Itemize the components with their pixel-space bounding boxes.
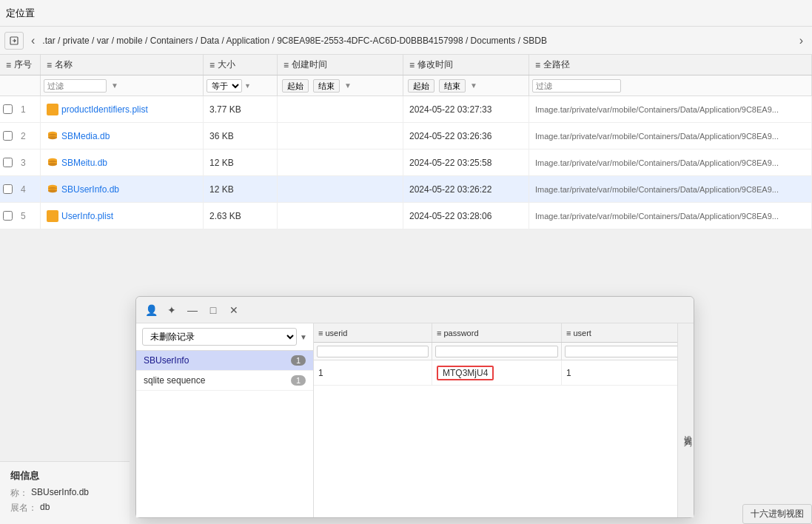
db-cell-password: MTQ3MjU4 bbox=[432, 360, 562, 385]
records-filter-select[interactable]: 未删除记录 bbox=[142, 328, 297, 346]
dialog-pin-button[interactable]: ✦ bbox=[164, 303, 179, 318]
table-row[interactable]: 2 SBMedia.db 36 KB 2024-05-22 03:26:36 I… bbox=[0, 123, 812, 150]
dialog-dropdown[interactable]: 未删除记录 ▼ bbox=[136, 323, 313, 351]
row5-checkbox[interactable] bbox=[0, 203, 15, 229]
db-icon bbox=[47, 157, 58, 169]
dialog-close-button[interactable]: ✕ bbox=[227, 303, 241, 318]
created-end-btn[interactable]: 结束 bbox=[313, 79, 340, 93]
row1-checkbox[interactable] bbox=[0, 96, 15, 122]
row1-file-link[interactable]: productIdentifiers.plist bbox=[61, 104, 148, 115]
col-fullpath-icon: ≡ bbox=[535, 60, 540, 70]
name-filter-icon[interactable]: ▼ bbox=[111, 81, 118, 90]
dialog-minimize-button[interactable]: — bbox=[185, 303, 200, 318]
col-created-icon: ≡ bbox=[283, 60, 289, 70]
col-name-icon: ≡ bbox=[47, 60, 52, 70]
bottom-info-ext-row: 展名： db bbox=[10, 502, 119, 514]
row5-size: 2.63 KB bbox=[204, 203, 278, 229]
bottom-info-title: 细信息 bbox=[10, 469, 119, 483]
table-row[interactable]: 1 productIdentifiers.plist 3.77 KB 2024-… bbox=[0, 96, 812, 123]
db-password-filter[interactable] bbox=[435, 346, 558, 357]
back-button[interactable]: ‹ bbox=[27, 33, 39, 49]
modified-filter-icon[interactable]: ▼ bbox=[470, 81, 477, 90]
file-table: ≡ 序号 ≡ 名称 ≡ 大小 ≡ 创建时间 ≡ 修改时间 ≡ 全路径 ▼ bbox=[0, 55, 812, 229]
size-eq-select[interactable]: 等于 bbox=[207, 79, 242, 93]
dialog-user-button[interactable]: 👤 bbox=[144, 303, 158, 318]
col-seq-icon: ≡ bbox=[6, 60, 11, 70]
filter-cell-name[interactable]: ▼ bbox=[41, 75, 204, 95]
plist-icon bbox=[47, 104, 58, 115]
row1-fullpath: Image.tar/private/var/mobile/Containers/… bbox=[529, 96, 812, 122]
column-header-row: ≡ 序号 ≡ 名称 ≡ 大小 ≡ 创建时间 ≡ 修改时间 ≡ 全路径 bbox=[0, 55, 812, 75]
row1-name[interactable]: productIdentifiers.plist bbox=[41, 96, 204, 122]
filter-cell-modified[interactable]: 起始 结束 ▼ bbox=[403, 75, 529, 95]
filter-row: ▼ 等于 ▼ 起始 结束 ▼ 起始 结束 ▼ bbox=[0, 75, 812, 96]
dialog-right-panel: ≡ userid ≡ password ≡ usert bbox=[314, 323, 694, 517]
row3-file-link[interactable]: SBMeitu.db bbox=[61, 158, 107, 168]
col-header-created: ≡ 创建时间 bbox=[278, 55, 403, 75]
table-list-item-name: sqlite sequence bbox=[144, 375, 205, 386]
db-usert-filter[interactable] bbox=[565, 346, 690, 357]
db-filter-usert[interactable] bbox=[562, 343, 694, 360]
row4-file-link[interactable]: SBUserInfo.db bbox=[61, 184, 119, 195]
table-row[interactable]: 4 SBUserInfo.db 12 KB 2024-05-22 03:26:2… bbox=[0, 176, 812, 203]
ext-value: db bbox=[40, 502, 50, 514]
top-bar: 定位置 bbox=[0, 0, 812, 27]
row4-seq: 4 bbox=[15, 176, 41, 202]
row5-file-link[interactable]: UserInfo.plist bbox=[61, 211, 113, 221]
external-link-button[interactable] bbox=[4, 32, 24, 50]
row5-name[interactable]: UserInfo.plist bbox=[41, 203, 204, 229]
row5-seq: 5 bbox=[15, 203, 41, 229]
dialog-maximize-button[interactable]: □ bbox=[206, 303, 221, 318]
row3-name[interactable]: SBMeitu.db bbox=[41, 150, 204, 175]
name-filter-input[interactable] bbox=[44, 79, 107, 93]
db-col-header-row: ≡ userid ≡ password ≡ usert bbox=[314, 323, 694, 343]
col-size-icon: ≡ bbox=[209, 60, 215, 70]
row2-name[interactable]: SBMedia.db bbox=[41, 123, 204, 149]
created-start-btn[interactable]: 起始 bbox=[282, 79, 309, 93]
filter-cell-seq bbox=[0, 75, 41, 95]
db-viewer-dialog: 👤 ✦ — □ ✕ 未删除记录 ▼ SBUserInfo 1 sqli bbox=[135, 296, 694, 518]
db-icon bbox=[47, 130, 58, 142]
created-filter-icon[interactable]: ▼ bbox=[344, 81, 352, 90]
table-row[interactable]: 3 SBMeitu.db 12 KB 2024-05-22 03:25:58 I… bbox=[0, 150, 812, 176]
row2-created bbox=[278, 123, 403, 149]
top-bar-label: 定位置 bbox=[6, 7, 35, 20]
row3-seq: 3 bbox=[15, 150, 41, 175]
modified-end-btn[interactable]: 结束 bbox=[439, 79, 466, 93]
modified-start-btn[interactable]: 起始 bbox=[408, 79, 434, 93]
fullpath-filter-input[interactable] bbox=[532, 79, 621, 93]
row2-file-link[interactable]: SBMedia.db bbox=[61, 131, 110, 141]
db-cell-usert: 1 bbox=[562, 360, 694, 385]
svg-point-5 bbox=[48, 135, 57, 138]
bottom-info-name-row: 称： SBUserInfo.db bbox=[10, 487, 119, 500]
db-data-row[interactable]: 1 MTQ3MjU4 1 bbox=[314, 360, 694, 386]
svg-point-15 bbox=[48, 189, 57, 192]
db-userid-filter[interactable] bbox=[317, 346, 429, 357]
table-row[interactable]: 5 UserInfo.plist 2.63 KB 2024-05-22 03:2… bbox=[0, 203, 812, 229]
db-col-header-userid: ≡ userid bbox=[314, 323, 432, 342]
col-header-size: ≡ 大小 bbox=[204, 55, 278, 75]
db-filter-password[interactable] bbox=[432, 343, 562, 360]
filter-cell-fullpath[interactable] bbox=[529, 75, 812, 95]
row3-modified: 2024-05-22 03:25:58 bbox=[403, 150, 529, 175]
hex-view-button[interactable]: 十六进制视图 bbox=[742, 504, 812, 524]
row4-checkbox[interactable] bbox=[0, 176, 15, 202]
filter-cell-created[interactable]: 起始 结束 ▼ bbox=[278, 75, 403, 95]
db-col-usert-icon: ≡ bbox=[566, 329, 571, 337]
col-header-name: ≡ 名称 bbox=[41, 55, 204, 75]
list-item[interactable]: SBUserInfo 1 bbox=[136, 351, 313, 371]
row4-modified: 2024-05-22 03:26:22 bbox=[403, 176, 529, 202]
list-item[interactable]: sqlite sequence 1 bbox=[136, 371, 313, 391]
row1-modified: 2024-05-22 03:27:33 bbox=[403, 96, 529, 122]
toolbar: ‹ .tar / private / var / mobile / Contai… bbox=[0, 27, 812, 55]
row4-size: 12 KB bbox=[204, 176, 278, 202]
row3-checkbox[interactable] bbox=[0, 150, 15, 175]
filter-cell-size[interactable]: 等于 ▼ bbox=[204, 75, 278, 95]
row4-name[interactable]: SBUserInfo.db bbox=[41, 176, 204, 202]
forward-button[interactable]: › bbox=[795, 33, 808, 49]
name-value: SBUserInfo.db bbox=[31, 487, 89, 500]
dialog-left-panel: 未删除记录 ▼ SBUserInfo 1 sqlite sequence 1 bbox=[136, 323, 314, 517]
table-list-badge: 1 bbox=[291, 355, 306, 366]
row2-checkbox[interactable] bbox=[0, 123, 15, 149]
db-filter-userid[interactable] bbox=[314, 343, 432, 360]
